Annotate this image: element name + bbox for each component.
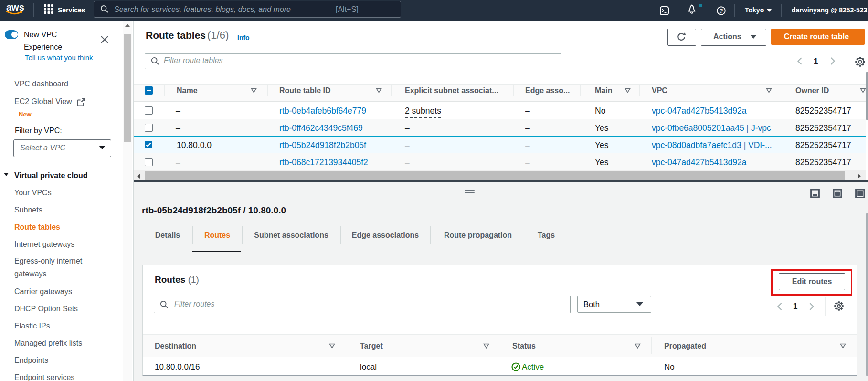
svg-text:?: ? xyxy=(720,7,723,14)
